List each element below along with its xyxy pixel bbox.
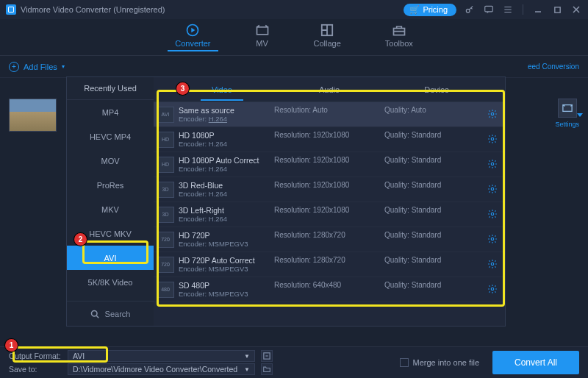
cat-tab-audio[interactable]: Audio [276,79,383,100]
add-files-button[interactable]: + Add Files ▾ [9,62,65,72]
app-icon [6,4,16,15]
preset-encoder: Encoder: MSMPEGV3 [179,240,274,248]
preset-quality: Quality: Standard [384,231,465,248]
output-format-select[interactable]: AVI ▼ [68,350,255,362]
module-tabs: Converter MV Collage Toolbox [0,19,588,56]
separator [523,4,523,15]
tab-collage[interactable]: Collage [314,24,341,51]
plus-icon: + [9,62,19,72]
preset-name: SD 480P [179,281,274,290]
pricing-button[interactable]: 🛒 Pricing [404,4,456,16]
tab-mv[interactable]: MV [255,24,270,51]
preset-quality: Quality: Auto [384,106,465,123]
svg-point-9 [491,113,494,115]
preset-encoder: Encoder: H.264 [179,165,274,173]
format-item-hevc-mp4[interactable]: HEVC MP4 [67,124,154,149]
output-format-value: AVI [73,352,85,360]
svg-point-13 [491,213,494,215]
preset-icon: 720 [157,232,174,248]
save-to-select[interactable]: D:\Vidmore\Vidmore Video Converter\Conve… [68,363,255,375]
tab-label: Collage [314,39,341,48]
svg-point-16 [491,288,494,290]
format-item-mp4[interactable]: MP4 [67,100,154,124]
preset-encoder: Encoder: MSMPEGV3 [179,290,274,298]
preset-name: HD 720P Auto Correct [179,256,274,265]
preset-row[interactable]: HDHD 1080P Auto CorrectEncoder: H.264Res… [154,152,505,177]
callout-3: 3 [176,82,189,95]
video-thumbnail[interactable] [9,99,57,132]
detail-column: Video Audio Device AVISame as sourceEnco… [154,77,505,326]
gear-icon[interactable] [487,159,499,171]
checkbox-icon [400,358,409,367]
preset-icon: 3D [157,207,174,223]
preset-icon: HD [157,157,174,173]
tab-converter[interactable]: Converter [175,24,210,51]
gear-icon[interactable] [487,234,499,246]
preset-name: Same as source [179,106,274,115]
output-format-label: Output Format: [9,352,62,360]
preset-resolution: Resolution: 1280x720 [274,256,384,273]
minimize-button[interactable] [532,4,544,15]
chevron-down-icon[interactable] [577,113,583,117]
gear-icon[interactable] [487,284,499,296]
feedback-icon[interactable] [483,4,495,15]
preset-row[interactable]: 480SD 480PEncoder: MSMPEGV3Resolution: 6… [154,277,505,302]
tab-label: Toolbox [385,39,413,48]
gear-icon[interactable] [487,109,499,121]
svg-point-10 [491,138,494,140]
gear-icon[interactable] [487,209,499,221]
convert-all-button[interactable]: Convert All [492,351,579,374]
search-label: Search [105,310,131,318]
preset-resolution: Resolution: 1920x1080 [274,156,384,173]
preset-icon: AVI [157,107,174,123]
svg-rect-1 [485,6,493,12]
tab-label: Converter [175,39,210,48]
preset-quality: Quality: Standard [384,131,465,148]
cart-icon: 🛒 [409,5,420,15]
merge-checkbox[interactable]: Merge into one file [400,358,480,367]
window-title: Vidmore Video Converter (Unregistered) [21,5,165,14]
preset-name: 3D Red-Blue [179,181,274,190]
search-bar[interactable]: Search [67,301,154,326]
preset-resolution: Resolution: 1920x1080 [274,181,384,198]
preset-list[interactable]: AVISame as sourceEncoder: H.264Resolutio… [154,102,505,326]
preset-row[interactable]: 3D3D Red-BlueEncoder: H.264Resolution: 1… [154,177,505,202]
menu-icon[interactable] [502,4,514,15]
format-item-mov[interactable]: MOV [67,149,154,173]
preset-quality: Quality: Standard [384,181,465,198]
gear-icon[interactable] [487,134,499,146]
format-item-mkv[interactable]: MKV [67,197,154,221]
key-icon[interactable] [464,4,476,15]
preset-row[interactable]: 720HD 720P Auto CorrectEncoder: MSMPEGV3… [154,252,505,277]
preset-resolution: Resolution: 640x480 [274,281,384,298]
preset-row[interactable]: AVISame as sourceEncoder: H.264Resolutio… [154,102,505,127]
file-row[interactable] [9,99,57,132]
recently-used-tab[interactable]: Recently Used [67,77,154,100]
output-format-tile[interactable] [558,99,577,118]
preset-row[interactable]: HDHD 1080PEncoder: H.264Resolution: 1920… [154,127,505,152]
settings-link[interactable]: Settings [555,121,579,128]
preset-row[interactable]: 3D3D Left-RightEncoder: H.264Resolution:… [154,202,505,227]
callout-2: 2 [74,233,87,246]
tab-toolbox[interactable]: Toolbox [385,24,413,51]
open-folder-button[interactable] [261,363,273,375]
search-icon [90,310,99,318]
preset-icon: 3D [157,182,174,198]
preset-name: 3D Left-Right [179,206,274,215]
preset-row[interactable]: 720HD 720PEncoder: MSMPEGV3Resolution: 1… [154,227,505,252]
format-item-5k-8k-video[interactable]: 5K/8K Video [67,270,154,294]
pricing-label: Pricing [423,5,448,14]
format-item-prores[interactable]: ProRes [67,173,154,197]
format-item-avi[interactable]: AVI [67,246,154,270]
toolbar: + Add Files ▾ eed Conversion [0,56,588,78]
speed-conversion-link[interactable]: eed Conversion [528,63,579,71]
svg-point-12 [491,188,494,190]
cat-tab-device[interactable]: Device [383,79,490,100]
add-files-label: Add Files [24,63,57,71]
gear-icon[interactable] [487,184,499,196]
gear-icon[interactable] [487,259,499,271]
maximize-button[interactable] [551,4,563,15]
svg-point-8 [91,310,97,316]
output-format-action[interactable] [261,350,273,362]
close-button[interactable] [570,4,582,15]
